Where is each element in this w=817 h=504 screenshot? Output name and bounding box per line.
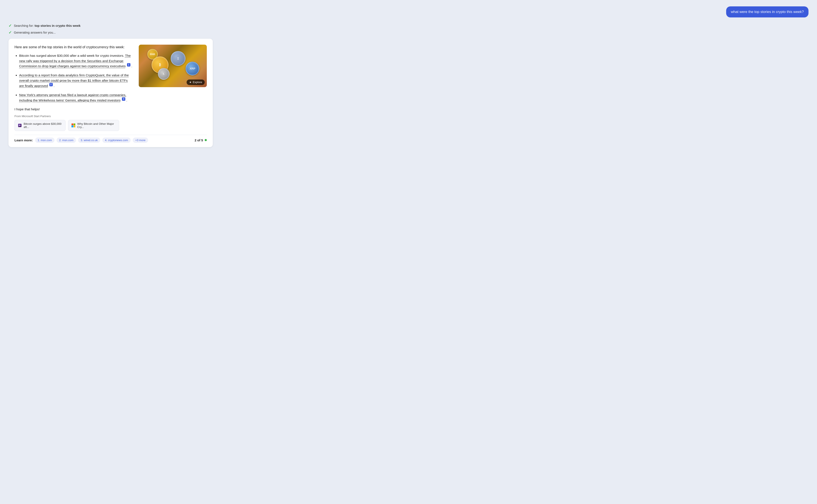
learn-link-2[interactable]: 2. msn.com	[57, 138, 76, 143]
page-indicator-text: 2 of 5	[195, 138, 203, 142]
from-label: From Microsoft Start Partners	[14, 115, 207, 118]
superscript-3[interactable]: 3	[122, 97, 125, 101]
list-item: New York's attorney general has filed a …	[19, 92, 133, 103]
explore-button[interactable]: ✦ Explore	[186, 80, 205, 85]
image-section: BNB ₿ Ξ XRP Ł ✦ Explore	[139, 45, 207, 103]
learn-link-4[interactable]: 4. cryptonews.com	[102, 138, 130, 143]
learn-link-1[interactable]: 1. msn.com	[35, 138, 54, 143]
source-card-2-text: Why Bitcoin and Other Major Cry...	[77, 122, 116, 129]
microsoft-icon	[71, 123, 75, 128]
ms-yellow	[74, 125, 75, 127]
bullet-2-link[interactable]: According to a report from data analytic…	[19, 73, 129, 88]
hope-text: I hope that helps!	[14, 107, 207, 111]
search-status-text: Searching for: top stories in crypto thi…	[14, 24, 80, 27]
answer-top-section: Here are some of the top stories in the …	[14, 45, 207, 103]
source-card-1[interactable]: M Bitcoin surges above $30,000 aft...	[14, 120, 65, 131]
source-cards: M Bitcoin surges above $30,000 aft... Wh…	[14, 120, 207, 131]
ms-blue	[71, 125, 73, 127]
generating-status-text: Generating answers for you...	[14, 31, 56, 34]
generating-status-row: ✓ Generating answers for you...	[9, 30, 808, 35]
explore-label: Explore	[193, 81, 202, 84]
learn-more-label: Learn more:	[14, 138, 33, 142]
bullet-3-link[interactable]: New York's attorney general has filed a …	[19, 93, 126, 102]
search-status-row: ✓ Searching for: top stories in crypto t…	[9, 23, 808, 28]
list-item: Bitcoin has surged above $30,000 after a…	[19, 53, 133, 69]
ms-red	[71, 124, 73, 125]
intro-text: Here are some of the top stories in the …	[14, 45, 133, 50]
ms-icon-grid	[71, 124, 75, 127]
page-indicator: 2 of 5	[195, 138, 207, 142]
superscript-2[interactable]: 2	[49, 83, 53, 86]
active-dot	[205, 139, 207, 141]
bullet-1-end: .	[131, 64, 132, 68]
bullet-1-plain-start: Bitcoin has surged above $30,000 after a…	[19, 54, 125, 57]
learn-link-3[interactable]: 3. wired.co.uk	[78, 138, 100, 143]
learn-more-row: Learn more: 1. msn.com 2. msn.com 3. wir…	[14, 135, 207, 143]
coin-xrp: XRP	[185, 62, 199, 75]
explore-star-icon: ✦	[189, 81, 192, 84]
more-links-button[interactable]: +3 more	[133, 138, 148, 143]
coin-eth: Ξ	[170, 51, 185, 66]
bullet-list: Bitcoin has surged above $30,000 after a…	[14, 53, 133, 103]
source-card-1-text: Bitcoin surges above $30,000 aft...	[24, 122, 62, 129]
msn-icon-1: M	[18, 123, 22, 128]
user-message-bubble: what were the top stories in crypto this…	[726, 6, 808, 17]
list-item: According to a report from data analytic…	[19, 73, 133, 89]
check-icon-2: ✓	[9, 30, 12, 35]
ms-green	[74, 124, 75, 125]
answer-card: Here are some of the top stories in the …	[9, 39, 213, 147]
bullet-2-end: .	[54, 84, 54, 88]
coin-ltc: Ł	[158, 68, 169, 80]
superscript-1[interactable]: 1	[127, 63, 130, 67]
answer-text-section: Here are some of the top stories in the …	[14, 45, 133, 103]
bullet-3-end: .	[126, 98, 127, 102]
source-card-2[interactable]: Why Bitcoin and Other Major Cry...	[68, 120, 119, 131]
check-icon-1: ✓	[9, 23, 12, 28]
crypto-image[interactable]: BNB ₿ Ξ XRP Ł ✦ Explore	[139, 45, 207, 87]
